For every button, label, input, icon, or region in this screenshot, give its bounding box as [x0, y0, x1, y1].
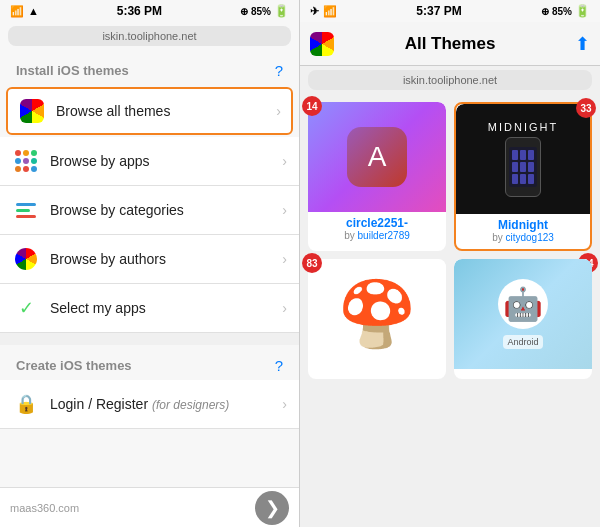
battery-right: 85%	[552, 6, 572, 17]
status-bar-left: 📶 ▲ 5:36 PM ⊕ 85% 🔋	[0, 0, 299, 22]
wifi-icon: 📶	[10, 5, 24, 18]
create-section-header: Create iOS themes ?	[0, 345, 299, 380]
share-button[interactable]: ⬆	[575, 33, 590, 55]
time-right: 5:37 PM	[416, 4, 461, 18]
card-footer-android	[454, 369, 592, 379]
chevron-right-icon-5: ›	[282, 300, 287, 316]
thumb-midnight: MIDNIGHT	[456, 104, 590, 214]
mushroom-icon: 🍄	[337, 282, 417, 346]
card-footer-circle2251: circle2251- by builder2789	[308, 212, 446, 247]
browse-apps-icon	[12, 147, 40, 175]
theme-author-midnight: by citydog123	[462, 232, 584, 243]
url-bar-left[interactable]: iskin.tooliphone.net	[8, 26, 291, 46]
theme-card-circle2251[interactable]: 14 A circle2251- by builder2789	[308, 102, 446, 251]
thumb-android: 🤖 Android	[454, 259, 592, 369]
menu-item-browse-categories[interactable]: Browse by categories ›	[0, 186, 299, 235]
browse-authors-icon	[12, 245, 40, 273]
divider-1	[0, 333, 299, 345]
chevron-right-icon-2: ›	[282, 153, 287, 169]
battery-left: 85%	[251, 6, 271, 17]
browse-apps-label: Browse by apps	[50, 153, 282, 169]
android-label: Android	[503, 335, 542, 349]
select-apps-icon: ✓	[12, 294, 40, 322]
create-help-btn[interactable]: ?	[275, 357, 283, 374]
airplane-icon: ✈	[310, 5, 319, 18]
thumb-circle2251: A	[308, 102, 446, 212]
browse-categories-icon	[12, 196, 40, 224]
browse-authors-label: Browse by authors	[50, 251, 282, 267]
browse-categories-label: Browse by categories	[50, 202, 282, 218]
bluetooth-icon: ⊕	[240, 6, 248, 17]
install-help-btn[interactable]: ?	[275, 62, 283, 79]
nav-bar-right: All Themes ⬆	[300, 22, 600, 66]
install-section-title: Install iOS themes	[16, 63, 129, 78]
menu-list: Browse all themes › Browse by apps	[0, 85, 299, 333]
theme-grid: 14 A circle2251- by builder2789 33 MIDNI…	[300, 94, 600, 387]
install-section-header: Install iOS themes ?	[0, 50, 299, 85]
time-left: 5:36 PM	[117, 4, 162, 18]
battery-icon-right: 🔋	[575, 4, 590, 18]
menu-item-login[interactable]: 🔒 Login / Register (for designers) ›	[0, 380, 299, 429]
chevron-right-icon: ›	[276, 103, 281, 119]
ad-bar: maas360.com ❯	[0, 487, 299, 527]
login-list: 🔒 Login / Register (for designers) ›	[0, 380, 299, 429]
browse-all-icon	[18, 97, 46, 125]
bluetooth-icon-right: ⊕	[541, 6, 549, 17]
menu-item-browse-apps[interactable]: Browse by apps ›	[0, 137, 299, 186]
wifi-icon-right: 📶	[323, 5, 337, 18]
menu-item-browse-all[interactable]: Browse all themes ›	[6, 87, 293, 135]
menu-item-browse-authors[interactable]: Browse by authors ›	[0, 235, 299, 284]
chevron-right-icon-6: ›	[282, 396, 287, 412]
login-label: Login / Register (for designers)	[50, 396, 282, 412]
card-footer-midnight: Midnight by citydog123	[456, 214, 590, 249]
card-footer-mushroom	[308, 369, 446, 379]
theme-card-mushroom[interactable]: 83 🍄	[308, 259, 446, 379]
ad-next-button[interactable]: ❯	[255, 491, 289, 525]
menu-item-select-apps[interactable]: ✓ Select my apps ›	[0, 284, 299, 333]
create-section-title: Create iOS themes	[16, 358, 132, 373]
badge-midnight: 33	[576, 98, 596, 118]
theme-name-midnight: Midnight	[462, 218, 584, 232]
iskin-logo	[310, 32, 334, 56]
right-panel: ✈ 📶 5:37 PM ⊕ 85% 🔋 All Themes ⬆ iskin.t…	[300, 0, 600, 527]
left-panel: 📶 ▲ 5:36 PM ⊕ 85% 🔋 iskin.tooliphone.net…	[0, 0, 300, 527]
ad-text: maas360.com	[10, 502, 79, 514]
chevron-right-icon-3: ›	[282, 202, 287, 218]
browse-all-label: Browse all themes	[56, 103, 276, 119]
theme-author-circle2251: by builder2789	[314, 230, 440, 241]
android-robot-icon: 🤖	[498, 279, 548, 329]
battery-icon-left: 🔋	[274, 4, 289, 18]
url-bar-right[interactable]: iskin.tooliphone.net	[308, 70, 592, 90]
nav-title: All Themes	[405, 34, 496, 54]
badge-mushroom: 83	[302, 253, 322, 273]
theme-card-android[interactable]: 24 🤖 Android	[454, 259, 592, 379]
status-bar-right: ✈ 📶 5:37 PM ⊕ 85% 🔋	[300, 0, 600, 22]
signal-icon: ▲	[28, 5, 39, 17]
thumb-mushroom: 🍄	[308, 259, 446, 369]
theme-card-midnight[interactable]: 33 MIDNIGHT	[454, 102, 592, 251]
theme-name-circle2251: circle2251-	[314, 216, 440, 230]
login-icon: 🔒	[12, 390, 40, 418]
badge-circle2251: 14	[302, 96, 322, 116]
select-apps-label: Select my apps	[50, 300, 282, 316]
chevron-right-icon-4: ›	[282, 251, 287, 267]
